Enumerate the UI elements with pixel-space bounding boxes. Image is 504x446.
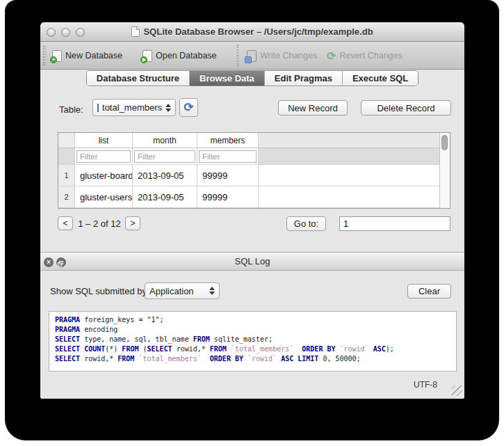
sql-log-text[interactable]: PRAGMA foreign_keys = "1";PRAGMA encodin…: [49, 311, 457, 372]
previous-page-button[interactable]: <: [58, 216, 73, 230]
float-dock-icon[interactable]: [56, 257, 66, 267]
toolbar: + New Database Open Database Write Chang…: [40, 42, 464, 70]
row-filler: [259, 165, 439, 186]
filter-input-month[interactable]: [134, 150, 195, 163]
sql-source-value: Application: [149, 286, 194, 296]
cell-members[interactable]: 99999: [197, 186, 259, 208]
table-select-value: total_members: [102, 102, 162, 113]
sql-log-title: SQL Log: [235, 256, 270, 266]
app-window: SQLite Database Browser – /Users/jc/tmp/…: [40, 22, 464, 399]
open-database-button[interactable]: Open Database: [143, 42, 217, 70]
sql-source-select[interactable]: Application: [145, 282, 220, 299]
row-number: 2: [58, 186, 75, 208]
toolbar-gripper: [43, 46, 47, 65]
next-page-button[interactable]: >: [125, 216, 140, 230]
new-database-label: New Database: [65, 51, 122, 61]
filter-input-list[interactable]: [76, 150, 131, 163]
table-label: Table:: [59, 104, 83, 115]
grid-corner-cell: [58, 133, 75, 148]
stepper-arrows-icon: [209, 287, 215, 295]
column-header-month[interactable]: month: [133, 133, 197, 148]
refresh-icon: ⟳: [184, 102, 193, 113]
close-window-button[interactable]: [47, 28, 56, 37]
sql-log-header: × SQL Log: [40, 252, 464, 271]
refresh-table-button[interactable]: ⟳: [179, 98, 198, 117]
cell-month[interactable]: 2013-09-05: [133, 186, 197, 208]
filter-cell-members: [197, 148, 259, 165]
write-changes-label: Write Changes: [260, 51, 317, 61]
resize-grip[interactable]: [452, 385, 462, 396]
cell-list[interactable]: gluster-users: [75, 186, 133, 208]
record-range-label: 1 – 2 of 12: [74, 218, 125, 229]
stepper-arrows-icon: [165, 104, 171, 112]
delete-record-button[interactable]: Delete Record: [361, 100, 451, 116]
toolbar-separator: [237, 45, 238, 67]
row-filler: [259, 186, 439, 208]
filter-cell-month: [133, 148, 197, 165]
filter-cell-list: [75, 148, 133, 165]
tab-database-structure[interactable]: Database Structure: [87, 71, 190, 86]
clear-log-button[interactable]: Clear: [407, 284, 451, 298]
scrollbar-thumb[interactable]: [441, 135, 448, 150]
window-title: SQLite Database Browser – /Users/jc/tmp/…: [143, 26, 373, 37]
close-dock-icon[interactable]: ×: [44, 257, 54, 267]
minimize-window-button[interactable]: [61, 28, 70, 37]
goto-record-input[interactable]: [339, 216, 450, 231]
grid-vertical-scrollbar[interactable]: [439, 133, 450, 208]
write-changes-icon: [247, 50, 257, 62]
tab-browse-data[interactable]: Browse Data: [190, 71, 265, 86]
encoding-status: UTF-8: [414, 380, 437, 390]
traffic-lights: [47, 28, 85, 37]
title-bar[interactable]: SQLite Database Browser – /Users/jc/tmp/…: [40, 22, 464, 42]
new-database-icon: +: [52, 50, 62, 62]
revert-changes-label: Revert Changes: [339, 51, 402, 61]
cell-month[interactable]: 2013-09-05: [133, 165, 197, 186]
new-database-button[interactable]: + New Database: [52, 42, 122, 70]
tab-execute-sql[interactable]: Execute SQL: [343, 71, 418, 86]
column-header-list[interactable]: list: [75, 133, 133, 148]
zoom-window-button[interactable]: [76, 28, 85, 37]
goto-button[interactable]: Go to:: [286, 216, 326, 231]
revert-changes-icon: ⟳: [327, 49, 336, 63]
data-grid: list month members 1 gluster-board 2013-…: [58, 132, 450, 209]
cell-members[interactable]: 99999: [197, 165, 259, 186]
document-proxy-icon: [131, 26, 140, 37]
tab-strip: Database Structure Browse Data Edit Prag…: [40, 70, 464, 86]
revert-changes-button: ⟳ Revert Changes: [327, 42, 403, 70]
new-record-button[interactable]: New Record: [278, 100, 348, 116]
filter-input-members[interactable]: [199, 150, 257, 163]
filter-gutter-cell: [58, 148, 75, 165]
cell-list[interactable]: gluster-board: [75, 165, 133, 186]
row-number: 1: [58, 165, 75, 186]
column-header-filler: [259, 133, 439, 148]
table-select[interactable]: total_members: [92, 99, 176, 116]
tab-edit-pragmas[interactable]: Edit Pragmas: [265, 71, 343, 86]
show-sql-label: Show SQL submitted by: [50, 286, 147, 296]
table-icon: [97, 104, 99, 112]
open-database-icon: [143, 50, 152, 62]
column-header-members[interactable]: members: [197, 133, 259, 148]
screenshot-stage: SQLite Database Browser – /Users/jc/tmp/…: [0, 0, 504, 446]
filter-filler-cell: [259, 148, 439, 165]
write-changes-button: Write Changes: [247, 42, 317, 70]
open-database-label: Open Database: [156, 51, 217, 61]
